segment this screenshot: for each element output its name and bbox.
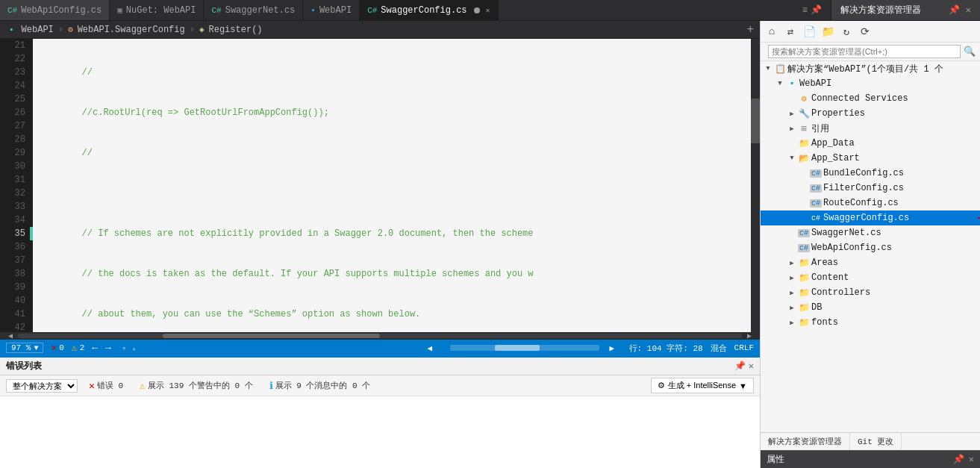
tree-item-fonts[interactable]: ▶ 📁 fonts — [761, 315, 980, 330]
webapiconfig-icon: c# — [798, 242, 810, 254]
swaggernet-label: SwaggerNet.cs — [811, 228, 881, 238]
se-files-btn[interactable]: 📁 — [820, 23, 836, 40]
tab-webapi-config[interactable]: C# WebApiConfig.cs — [0, 0, 110, 20]
errors-badge[interactable]: ✕ 错误 0 — [84, 378, 128, 393]
tree-solution-root[interactable]: ▼ 📋 解决方案“WebAPI”(1个项目/共 1 个 — [761, 61, 980, 76]
tree-item-app-start[interactable]: ▼ 📂 App_Start — [761, 151, 980, 166]
bc-class[interactable]: WebAPI.SwaggerConfig — [78, 25, 185, 35]
build-btn[interactable]: ⚙ 生成 + IntelliSense ▼ — [651, 378, 754, 393]
tab-nuget[interactable]: ▣ NuGet: WebAPI — [110, 0, 204, 20]
tree-item-webapiconfig[interactable]: ▶ c# WebApiConfig.cs — [761, 240, 980, 255]
code-text[interactable]: // //c.RootUrl(req => GetRootUrlFromAppC… — [33, 39, 751, 332]
code-line-21: // — [39, 66, 751, 79]
se-refresh-btn[interactable]: ↻ — [838, 23, 855, 40]
tab-list-icon[interactable]: ≡ — [802, 5, 808, 16]
se-search-input[interactable] — [768, 45, 961, 58]
se-pin-btn[interactable]: 📌 — [949, 4, 960, 16]
info-badge[interactable]: ℹ 展示 9 个消息中的 0 个 — [264, 378, 376, 393]
swaggerconfig-icon: c# — [810, 212, 822, 224]
tree-item-db[interactable]: ▶ 📁 DB — [761, 300, 980, 315]
tab-pin-icon[interactable]: 📌 — [811, 4, 822, 16]
se-home-btn[interactable]: ⌂ — [764, 23, 780, 40]
tree-item-swaggernet[interactable]: ▶ c# SwaggerNet.cs — [761, 225, 980, 240]
error-count: 0 — [59, 343, 64, 352]
bc-add-btn[interactable]: + — [746, 23, 754, 37]
tree-item-controllers[interactable]: ▶ 📁 Controllers — [761, 285, 980, 300]
app-start-expand[interactable]: ▼ — [786, 152, 798, 164]
content-label: Content — [811, 272, 849, 283]
tab-webapi[interactable]: ▪ WebAPI — [303, 0, 360, 20]
tree-item-filterconfig[interactable]: ▶ c# FilterConfig.cs — [761, 181, 980, 196]
se-close-btn2[interactable]: ✕ — [966, 4, 971, 16]
tree-item-properties[interactable]: ▶ 🔧 Properties — [761, 106, 980, 121]
error-toolbar: 整个解决方案 ✕ 错误 0 ⚠ 展示 139 个警告中的 0 个 ℹ 展示 9 … — [0, 375, 760, 396]
mini-scrollbar[interactable] — [450, 345, 599, 351]
ref-expand[interactable]: ▶ — [786, 122, 798, 134]
tab-swaggernet[interactable]: C# SwaggerNet.cs — [204, 0, 303, 20]
scroll-triangle-left[interactable]: ◀ — [428, 343, 440, 353]
h-scroll-thumb[interactable] — [163, 334, 380, 338]
tree-item-app-data[interactable]: ▶ 📁 App_Data — [761, 136, 980, 151]
scroll-triangle-right[interactable]: ▶ — [610, 343, 622, 353]
horizontal-scroll[interactable]: ◀ ▶ — [0, 332, 760, 340]
panel-pin-btn[interactable]: 📌 — [734, 361, 746, 372]
vertical-scrollbar[interactable] — [751, 39, 760, 332]
tree-item-routeconfig[interactable]: ▶ c# RouteConfig.cs — [761, 196, 980, 210]
warning-indicator[interactable]: ⚠ 2 — [72, 342, 84, 354]
props-pin-btn[interactable]: 📌 — [953, 454, 964, 465]
tree-item-areas[interactable]: ▶ 📁 Areas — [761, 255, 980, 270]
se-tab-git[interactable]: Git 更改 — [850, 433, 902, 450]
bc-method[interactable]: Register() — [209, 25, 263, 35]
nav-back-btn[interactable]: ← — [92, 343, 98, 354]
db-expand[interactable]: ▶ — [786, 302, 798, 313]
content-expand[interactable]: ▶ — [786, 272, 798, 284]
error-list-title: 错误列表 — [6, 360, 42, 372]
tab-overflow-btn[interactable]: ≡ 📌 — [796, 4, 828, 16]
bc-project[interactable]: WebAPI — [22, 25, 54, 35]
tab-bar: C# WebApiConfig.cs ▣ NuGet: WebAPI C# Sw… — [0, 0, 980, 21]
mini-scroll-thumb[interactable] — [495, 345, 540, 351]
se-props-btn[interactable]: 📄 — [801, 23, 817, 40]
fonts-label: fonts — [811, 317, 838, 328]
code-line-26: // the docs is taken as the default. If … — [39, 267, 751, 281]
tree-item-swaggerconfig[interactable]: ▶ c# SwaggerConfig.cs ➜ — [761, 210, 980, 225]
tab-swaggerconfig[interactable]: C# SwaggerConfig.cs ✕ — [360, 0, 498, 20]
code-editor[interactable]: 21 22 23 24 25 26 27 28 29 30 31 32 33 3… — [0, 39, 760, 332]
tree-item-connected-services[interactable]: ▶ ⚙ Connected Services — [761, 91, 980, 106]
nav-options-btn[interactable]: ▾ ▴ — [122, 343, 137, 353]
info-badge-label: 展示 9 个消息中的 0 个 — [275, 380, 371, 391]
zoom-dropdown-icon[interactable]: ▼ — [34, 344, 38, 352]
nav-forward-btn[interactable]: → — [105, 343, 111, 354]
swaggernet-icon: c# — [798, 227, 810, 239]
error-indicator[interactable]: ✕ 0 — [51, 342, 63, 354]
se-tab-solution[interactable]: 解决方案资源管理器 — [761, 433, 850, 450]
se-search-icon[interactable]: 🔍 — [964, 46, 976, 57]
areas-expand[interactable]: ▶ — [786, 257, 798, 269]
error-icon: ✕ — [51, 342, 57, 354]
se-sync-btn[interactable]: ⇄ — [782, 23, 799, 40]
routeconfig-icon: c# — [810, 197, 822, 209]
se-toolbar: ⌂ ⇄ 📄 📁 ↻ ⟳ — [761, 21, 980, 43]
tree-item-bundleconfig[interactable]: ▶ c# BundleConfig.cs — [761, 166, 980, 181]
project-expand-icon[interactable]: ▼ — [774, 78, 786, 90]
scope-selector[interactable]: 整个解决方案 — [6, 379, 78, 393]
solution-expand-icon[interactable]: ▼ — [762, 63, 774, 75]
tree-item-ref[interactable]: ▶ ⊞ 引用 — [761, 121, 980, 136]
build-dropdown-icon[interactable]: ▼ — [739, 381, 747, 390]
properties-icon: 🔧 — [798, 107, 810, 119]
panel-close-btn[interactable]: ✕ — [749, 361, 754, 372]
properties-expand[interactable]: ▶ — [786, 107, 798, 119]
tab-close-btn[interactable]: ✕ — [486, 6, 490, 15]
h-scroll-track[interactable] — [18, 334, 742, 338]
zoom-control[interactable]: 97 % ▼ — [6, 343, 43, 353]
fonts-expand[interactable]: ▶ — [786, 316, 798, 328]
routeconfig-label: RouteConfig.cs — [823, 198, 899, 208]
se-refresh2-btn[interactable]: ⟳ — [857, 23, 873, 40]
scroll-thumb[interactable] — [751, 99, 760, 143]
controllers-expand[interactable]: ▶ — [786, 287, 798, 299]
tree-project[interactable]: ▼ ▪ WebAPI — [761, 76, 980, 91]
props-close-btn[interactable]: ✕ — [969, 454, 974, 465]
tree-item-content[interactable]: ▶ 📁 Content — [761, 270, 980, 285]
code-line-24 — [39, 187, 751, 200]
warnings-badge[interactable]: ⚠ 展示 139 个警告中的 0 个 — [134, 378, 258, 393]
